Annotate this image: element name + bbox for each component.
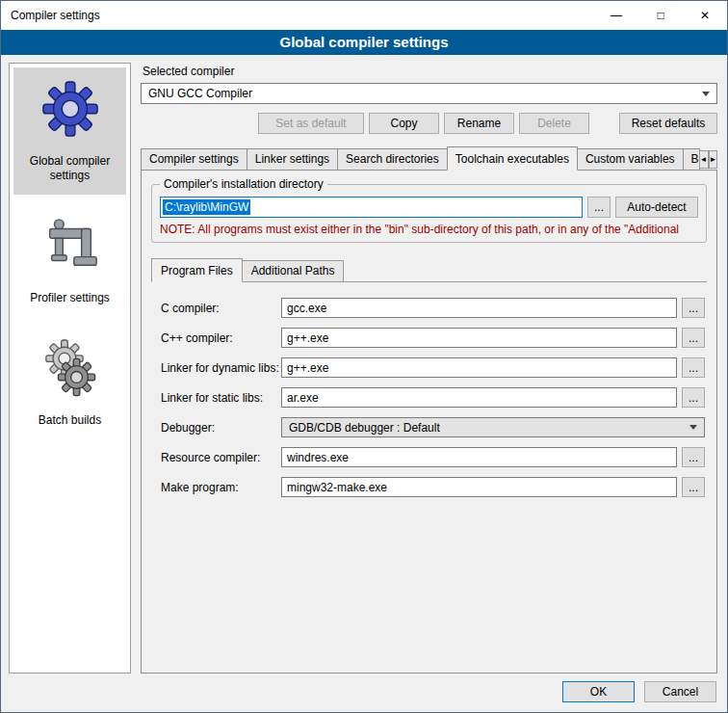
installation-directory-row: C:\raylib\MinGW ... Auto-detect bbox=[160, 197, 698, 218]
ok-button[interactable]: OK bbox=[562, 681, 635, 702]
compiler-buttons-row: Set as default Copy Rename Delete Reset … bbox=[141, 113, 717, 134]
make-program-row: Make program: ... bbox=[161, 477, 705, 497]
debugger-dropdown[interactable]: GDB/CDB debugger : Default bbox=[281, 417, 705, 437]
delete-button[interactable]: Delete bbox=[519, 113, 589, 134]
set-as-default-button[interactable]: Set as default bbox=[258, 113, 364, 134]
resource-compiler-label: Resource compiler: bbox=[161, 451, 281, 464]
window-title: Compiler settings bbox=[1, 9, 100, 22]
installation-directory-groupbox: Compiler's installation directory C:\ray… bbox=[151, 184, 707, 243]
cpp-compiler-label: C++ compiler: bbox=[161, 331, 281, 345]
sidebar-item-label: Global compiler settings bbox=[17, 154, 122, 183]
tab-toolchain-executables[interactable]: Toolchain executables bbox=[447, 146, 578, 171]
program-files-tab-strip: Program Files Additional Paths bbox=[151, 258, 707, 281]
static-linker-label: Linker for static libs: bbox=[161, 391, 281, 405]
rename-button[interactable]: Rename bbox=[444, 113, 514, 134]
sidebar-item-label: Profiler settings bbox=[30, 291, 110, 305]
window-controls: — □ ✕ bbox=[594, 1, 727, 30]
selected-compiler-dropdown[interactable]: GNU GCC Compiler bbox=[141, 83, 717, 104]
dialog-content: Global compiler settings Profiler settin… bbox=[1, 55, 727, 677]
c-compiler-label: C compiler: bbox=[161, 302, 281, 315]
dialog-header-title: Global compiler settings bbox=[1, 30, 727, 55]
static-linker-row: Linker for static libs: ... bbox=[161, 387, 705, 408]
sidebar-item-profiler-settings[interactable]: Profiler settings bbox=[13, 204, 126, 317]
selected-compiler-value: GNU GCC Compiler bbox=[148, 87, 252, 100]
tab-scroll-right-icon[interactable]: ► bbox=[709, 150, 718, 169]
dialog-footer: OK Cancel bbox=[1, 677, 727, 712]
blue-gear-icon bbox=[40, 79, 100, 139]
tab-program-files[interactable]: Program Files bbox=[151, 258, 243, 282]
tab-additional-paths[interactable]: Additional Paths bbox=[242, 260, 345, 281]
bin-subdirectory-note: NOTE: All programs must exist either in … bbox=[160, 223, 698, 236]
settings-tab-strip: Compiler settings Linker settings Search… bbox=[141, 146, 717, 170]
titlebar: Compiler settings — □ ✕ bbox=[1, 1, 727, 30]
resource-compiler-input[interactable] bbox=[281, 447, 677, 467]
c-compiler-browse-button[interactable]: ... bbox=[682, 298, 705, 318]
resource-compiler-row: Resource compiler: ... bbox=[161, 447, 705, 467]
resource-compiler-browse-button[interactable]: ... bbox=[682, 447, 705, 467]
tab-custom-variables[interactable]: Custom variables bbox=[577, 148, 684, 170]
cancel-button[interactable]: Cancel bbox=[644, 681, 716, 702]
maximize-icon[interactable]: □ bbox=[638, 1, 683, 30]
sidebar-item-label: Batch builds bbox=[39, 413, 101, 428]
profiler-clamp-icon bbox=[40, 216, 100, 276]
static-linker-input[interactable] bbox=[281, 387, 677, 408]
tab-build-options[interactable]: Build bbox=[683, 148, 700, 170]
sidebar-item-global-compiler-settings[interactable]: Global compiler settings bbox=[13, 67, 126, 195]
static-linker-browse-button[interactable]: ... bbox=[682, 387, 705, 408]
make-program-input[interactable] bbox=[281, 477, 677, 497]
install-dir-value: C:\raylib\MinGW bbox=[163, 199, 250, 215]
chevron-down-icon bbox=[689, 425, 697, 430]
minimize-icon[interactable]: — bbox=[594, 1, 638, 30]
sidebar-item-batch-builds[interactable]: Batch builds bbox=[13, 327, 126, 439]
reset-defaults-button[interactable]: Reset defaults bbox=[619, 113, 717, 134]
close-icon[interactable]: ✕ bbox=[683, 1, 727, 30]
chevron-down-icon bbox=[702, 92, 710, 96]
debugger-value: GDB/CDB debugger : Default bbox=[289, 421, 440, 435]
debugger-row: Debugger: GDB/CDB debugger : Default bbox=[161, 417, 705, 437]
toolchain-executables-panel: Compiler's installation directory C:\ray… bbox=[141, 170, 717, 673]
dynamic-linker-browse-button[interactable]: ... bbox=[682, 357, 705, 378]
dynamic-linker-row: Linker for dynamic libs: ... bbox=[161, 357, 705, 378]
tab-scroll-left-icon[interactable]: ◄ bbox=[699, 150, 709, 169]
debugger-label: Debugger: bbox=[161, 421, 281, 435]
installation-directory-title: Compiler's installation directory bbox=[160, 177, 327, 191]
c-compiler-input[interactable] bbox=[281, 298, 677, 318]
dynamic-linker-label: Linker for dynamic libs: bbox=[161, 361, 281, 375]
cpp-compiler-input[interactable] bbox=[281, 328, 677, 348]
tab-search-directories[interactable]: Search directories bbox=[337, 148, 448, 170]
make-program-label: Make program: bbox=[161, 481, 281, 494]
cpp-compiler-browse-button[interactable]: ... bbox=[682, 328, 705, 348]
stacked-gears-icon bbox=[40, 338, 100, 398]
main-panel: Selected compiler GNU GCC Compiler Set a… bbox=[141, 63, 717, 673]
settings-sidebar: Global compiler settings Profiler settin… bbox=[9, 63, 131, 673]
dynamic-linker-input[interactable] bbox=[281, 357, 677, 378]
cpp-compiler-row: C++ compiler: ... bbox=[161, 328, 705, 348]
copy-button[interactable]: Copy bbox=[369, 113, 439, 134]
c-compiler-row: C compiler: ... bbox=[161, 298, 705, 318]
tab-linker-settings[interactable]: Linker settings bbox=[247, 148, 338, 170]
compiler-settings-window: Compiler settings — □ ✕ Global compiler … bbox=[0, 0, 728, 713]
make-program-browse-button[interactable]: ... bbox=[682, 477, 705, 497]
install-dir-browse-button[interactable]: ... bbox=[587, 197, 611, 218]
program-files-panel: C compiler: ... C++ compiler: ... Linker… bbox=[151, 281, 707, 515]
autodetect-button[interactable]: Auto-detect bbox=[615, 197, 698, 218]
selected-compiler-label: Selected compiler bbox=[143, 65, 717, 78]
install-dir-input[interactable]: C:\raylib\MinGW bbox=[160, 197, 583, 218]
tab-compiler-settings[interactable]: Compiler settings bbox=[141, 148, 247, 170]
